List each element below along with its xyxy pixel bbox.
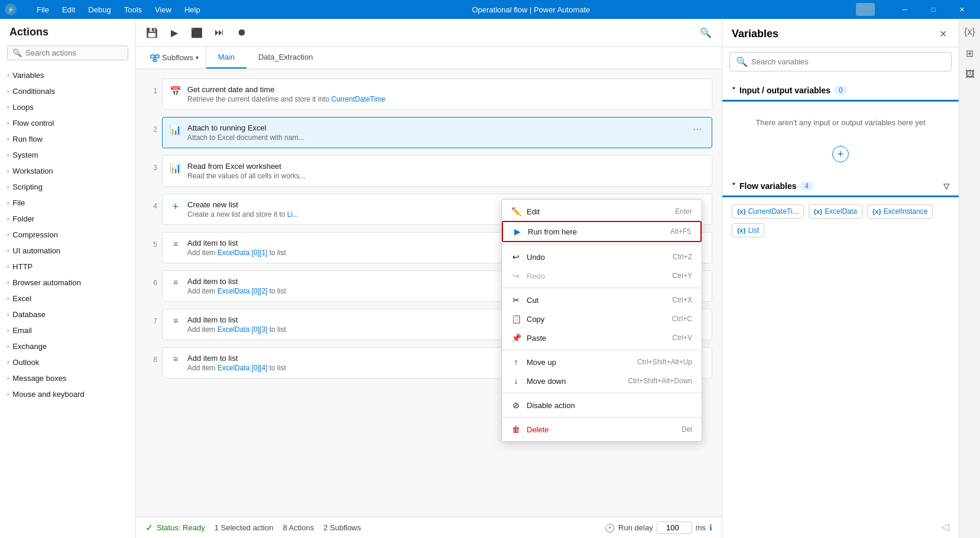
- step-number-3: 3: [145, 156, 157, 172]
- var-chip-current-datetime[interactable]: {x} CurrentDateTi...: [732, 204, 804, 219]
- var-chip-excel-instance[interactable]: {x} ExcelInstance: [867, 204, 933, 219]
- flow-step-3[interactable]: 📊 Read from Excel worksheet Read the val…: [162, 155, 712, 187]
- action-group-ui-automation[interactable]: ›UI automation: [0, 243, 135, 259]
- filter-icon[interactable]: ▽: [943, 182, 949, 191]
- subflows-count: 2 Subflows: [323, 523, 361, 532]
- variables-bottom: ◁: [722, 247, 959, 538]
- ctx-undo-label: Undo: [527, 253, 545, 262]
- variables-search-input[interactable]: [751, 57, 945, 66]
- side-icon-layers[interactable]: ⊞: [962, 45, 978, 61]
- tab-data-extraction[interactable]: Data_Extraction: [246, 47, 325, 69]
- ctx-paste[interactable]: 📌 Paste Ctrl+V: [502, 328, 702, 347]
- var-chip-label-excelinstance: ExcelInstance: [884, 207, 928, 216]
- ctx-redo-shortcut: Ctrl+Y: [672, 272, 692, 280]
- ctx-undo[interactable]: ↩ Undo Ctrl+Z: [502, 247, 702, 266]
- variables-close-button[interactable]: ✕: [937, 26, 949, 42]
- step-number-8: 8: [145, 348, 157, 364]
- step-more-button-2[interactable]: ⋯: [690, 123, 705, 135]
- save-button[interactable]: 💾: [143, 24, 161, 41]
- var-chip-icon: {x}: [737, 227, 746, 234]
- minimize-button[interactable]: ─: [891, 0, 919, 19]
- actions-panel-title: Actions: [0, 19, 135, 43]
- next-step-button[interactable]: ⏭: [210, 24, 228, 41]
- menu-file[interactable]: File: [31, 3, 55, 17]
- action-group-email[interactable]: ›Email: [0, 322, 135, 338]
- action-group-mouse-keyboard[interactable]: ›Mouse and keyboard: [0, 386, 135, 402]
- run-button[interactable]: ▶: [166, 24, 183, 41]
- var-chip-list[interactable]: {x} List: [732, 223, 764, 237]
- action-group-compression[interactable]: ›Compression: [0, 227, 135, 243]
- tab-main[interactable]: Main: [206, 47, 246, 69]
- search-button[interactable]: 🔍: [697, 24, 715, 41]
- menu-edit[interactable]: Edit: [56, 3, 81, 17]
- variables-search-box[interactable]: 🔍: [729, 52, 952, 71]
- window-controls: ─ □ ✕: [891, 0, 975, 19]
- stop-button[interactable]: ⬛: [188, 24, 206, 41]
- action-group-folder[interactable]: ›Folder: [0, 211, 135, 227]
- subflows-icon: [150, 53, 160, 63]
- action-group-http[interactable]: ›HTTP: [0, 259, 135, 275]
- app-body: Actions 🔍 ›Variables ›Conditionals ›Loop…: [0, 19, 980, 538]
- menu-debug[interactable]: Debug: [82, 3, 116, 17]
- side-icon-image[interactable]: 🖼: [962, 66, 978, 83]
- disable-icon: ⊘: [511, 400, 521, 410]
- action-group-system[interactable]: ›System: [0, 147, 135, 163]
- subflows-button[interactable]: Subflows ▾: [143, 47, 206, 69]
- action-group-browser-automation[interactable]: ›Browser automation: [0, 275, 135, 291]
- record-button[interactable]: ⏺: [233, 24, 251, 41]
- action-group-database[interactable]: ›Database: [0, 307, 135, 322]
- subflows-label: Subflows: [162, 53, 193, 62]
- ctx-edit-label: Edit: [527, 207, 540, 216]
- ctx-delete[interactable]: 🗑 Delete Del: [502, 420, 702, 439]
- search-actions-input[interactable]: [25, 48, 123, 57]
- flow-vars-divider: [722, 195, 959, 197]
- action-group-outlook[interactable]: ›Outlook: [0, 354, 135, 370]
- run-icon: ▶: [512, 227, 522, 236]
- chevron-icon: ›: [7, 279, 9, 286]
- step-title-2: Attach to running Excel: [187, 123, 684, 132]
- ctx-copy[interactable]: 📋 Copy Ctrl+C: [502, 309, 702, 328]
- ctx-edit[interactable]: ✏️ Edit Enter: [502, 202, 702, 221]
- flow-variables-list: {x} CurrentDateTi... {x} ExcelData {x} E…: [722, 200, 959, 242]
- ctx-cut-label: Cut: [527, 296, 538, 305]
- flow-variables-header[interactable]: ˅ Flow variables 4 ▽: [722, 177, 959, 195]
- action-group-conditionals[interactable]: ›Conditionals: [0, 83, 135, 99]
- ctx-cut[interactable]: ✂ Cut Ctrl+X: [502, 291, 702, 309]
- side-icon-variables[interactable]: {x}: [962, 24, 978, 40]
- action-group-workstation[interactable]: ›Workstation: [0, 163, 135, 179]
- maximize-button[interactable]: □: [920, 0, 947, 19]
- action-group-run-flow[interactable]: ›Run flow: [0, 131, 135, 147]
- menu-help[interactable]: Help: [179, 3, 206, 17]
- menu-tools[interactable]: Tools: [118, 3, 148, 17]
- move-up-icon: ↑: [511, 357, 521, 367]
- action-group-loops[interactable]: ›Loops: [0, 99, 135, 115]
- ctx-disable-action[interactable]: ⊘ Disable action: [502, 396, 702, 415]
- action-group-excel[interactable]: ›Excel: [0, 291, 135, 307]
- var-chip-excel-data[interactable]: {x} ExcelData: [809, 204, 862, 219]
- run-delay-input[interactable]: [657, 521, 692, 534]
- move-down-icon: ↓: [511, 376, 521, 386]
- close-button[interactable]: ✕: [948, 0, 975, 19]
- flow-step-1[interactable]: 📅 Get current date and time Retrieve the…: [162, 79, 712, 110]
- action-group-scripting[interactable]: ›Scripting: [0, 179, 135, 195]
- ctx-move-down[interactable]: ↓ Move down Ctrl+Shift+Alt+Down: [502, 371, 702, 390]
- context-menu: ✏️ Edit Enter ▶ Run from here Alt+F5 ↩ U…: [501, 199, 702, 442]
- action-group-message-boxes[interactable]: ›Message boxes: [0, 370, 135, 386]
- flow-step-2[interactable]: 📊 Attach to running Excel Attach to Exce…: [162, 117, 712, 148]
- action-group-exchange[interactable]: ›Exchange: [0, 338, 135, 354]
- back-arrow-icon[interactable]: ◁: [941, 520, 949, 533]
- user-avatar[interactable]: [856, 3, 875, 16]
- chevron-icon: ›: [7, 216, 9, 222]
- ctx-move-up-label: Move up: [527, 358, 556, 367]
- action-group-flow-control[interactable]: ›Flow control: [0, 115, 135, 131]
- action-group-file[interactable]: ›File: [0, 195, 135, 211]
- ctx-move-up[interactable]: ↑ Move up Ctrl+Shift+Alt+Up: [502, 353, 702, 371]
- step-number-6: 6: [145, 272, 157, 287]
- svg-rect-0: [151, 55, 154, 58]
- input-output-header[interactable]: ˅ Input / output variables 0: [722, 81, 959, 100]
- add-variable-button[interactable]: +: [832, 146, 849, 162]
- ctx-run-from-here[interactable]: ▶ Run from here Alt+F5: [502, 221, 702, 242]
- menu-view[interactable]: View: [149, 3, 177, 17]
- action-group-variables[interactable]: ›Variables: [0, 67, 135, 83]
- search-actions-box[interactable]: 🔍: [7, 45, 128, 60]
